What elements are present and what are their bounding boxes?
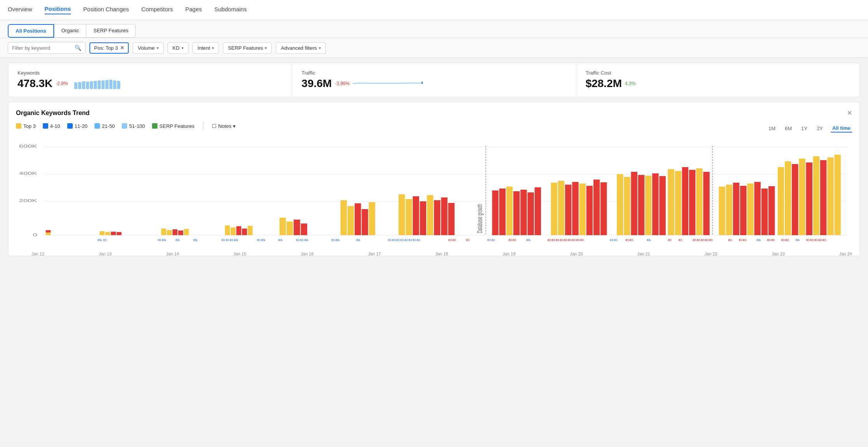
nav-pages[interactable]: Pages: [185, 6, 202, 14]
svg-rect-86: [806, 162, 812, 235]
chevron-down-icon: ▾: [212, 46, 214, 50]
svg-rect-34: [348, 206, 354, 235]
svg-rect-78: [747, 183, 753, 235]
traffic-label: Traffic: [301, 70, 566, 76]
nav-position-changes[interactable]: Position Changes: [83, 6, 129, 14]
advanced-filters-button[interactable]: Advanced filters ▾: [276, 42, 326, 54]
legend-51-100[interactable]: 51-100: [122, 123, 145, 129]
tab-all-positions[interactable]: All Positions: [8, 24, 54, 38]
time-1m[interactable]: 1M: [767, 125, 777, 132]
notes-button[interactable]: ☐ Notes ▾: [212, 123, 236, 129]
chevron-down-icon: ▾: [182, 46, 184, 50]
svg-rect-88: [820, 160, 826, 235]
legend-serp-features[interactable]: SERP Features: [152, 123, 194, 129]
svg-text:G: G: [647, 238, 651, 242]
chart-svg: 600K 400K 200K 0 Database growth SERP fe…: [16, 140, 852, 249]
svg-text:CCCCCCCCC: CCCCCCCCC: [548, 238, 584, 242]
svg-rect-17: [111, 232, 116, 235]
time-2y[interactable]: 2Y: [815, 125, 824, 132]
svg-rect-82: [778, 167, 784, 235]
svg-text:G: G: [756, 238, 761, 242]
legend-top3[interactable]: Top 3: [16, 123, 36, 129]
svg-rect-52: [535, 187, 541, 235]
svg-rect-30: [287, 222, 293, 235]
svg-rect-15: [100, 231, 105, 235]
stat-keywords: Keywords 478.3K -2.8%: [8, 63, 292, 97]
svg-text:C: C: [668, 238, 672, 242]
svg-text:CG: CG: [158, 238, 166, 242]
svg-rect-64: [638, 175, 644, 235]
time-range-selector: 1M 6M 1Y 2Y All time: [767, 124, 852, 133]
svg-rect-14: [46, 230, 51, 232]
x-axis-labels: Jan 12 Jan 13 Jan 14 Jan 15 Jan 16 Jan 1…: [16, 250, 852, 256]
svg-text:CC: CC: [738, 238, 747, 242]
svg-rect-54: [558, 181, 564, 235]
svg-text:C: C: [466, 238, 470, 242]
svg-rect-89: [827, 157, 833, 235]
svg-text:CC: CC: [781, 238, 790, 242]
svg-text:G: G: [175, 238, 180, 242]
chart-header: Organic Keywords Trend ✕: [16, 109, 852, 117]
svg-rect-26: [236, 226, 242, 235]
top-nav: Overview Positions Position Changes Comp…: [0, 0, 868, 20]
intent-filter-button[interactable]: Intent ▾: [192, 42, 219, 54]
svg-rect-84: [792, 164, 798, 235]
serp-features-filter-button[interactable]: SERP Features ▾: [223, 42, 272, 54]
time-all[interactable]: All time: [831, 124, 852, 133]
nav-subdomains[interactable]: Subdomains: [214, 6, 247, 14]
svg-rect-65: [645, 176, 651, 235]
tab-serp-features[interactable]: SERP Features: [86, 24, 136, 38]
svg-text:CC: CC: [767, 238, 775, 242]
remove-filter-button[interactable]: ✕: [120, 45, 124, 51]
svg-rect-33: [340, 200, 346, 235]
notes-icon: ☐: [212, 123, 217, 129]
svg-rect-42: [427, 195, 433, 235]
svg-rect-77: [740, 186, 746, 235]
svg-text:CG: CG: [331, 238, 340, 242]
svg-text:G: G: [193, 238, 198, 242]
svg-rect-62: [624, 177, 630, 235]
legend-21-50[interactable]: 21-50: [94, 123, 115, 129]
svg-rect-38: [399, 194, 405, 235]
nav-competitors[interactable]: Competitors: [142, 6, 173, 14]
svg-text:400K: 400K: [19, 171, 37, 176]
nav-positions[interactable]: Positions: [45, 5, 71, 14]
search-input[interactable]: [12, 45, 72, 51]
svg-text:CCCCCCCC: CCCCCCCC: [388, 238, 421, 242]
svg-rect-37: [369, 202, 375, 235]
filter-bar: 🔍 Pos: Top 3 ✕ Volume ▾ KD ▾ Intent ▾ SE…: [0, 38, 868, 58]
svg-rect-67: [659, 176, 665, 235]
legend-11-20[interactable]: 11-20: [67, 123, 88, 129]
legend-4-10[interactable]: 4-10: [43, 123, 60, 129]
svg-text:CCCG: CCCG: [221, 238, 238, 242]
keywords-label: Keywords: [18, 70, 282, 76]
svg-rect-56: [572, 182, 578, 235]
svg-rect-79: [754, 182, 761, 235]
svg-rect-61: [617, 174, 623, 235]
kd-filter-button[interactable]: KD ▾: [168, 42, 189, 54]
chart-title: Organic Keywords Trend: [16, 110, 89, 117]
time-1y[interactable]: 1Y: [800, 125, 809, 132]
volume-filter-button[interactable]: Volume ▾: [133, 42, 163, 54]
traffic-cost-value: $28.2M: [586, 77, 622, 90]
keywords-mini-chart: [74, 78, 120, 89]
svg-rect-49: [513, 191, 520, 235]
tab-organic[interactable]: Organic: [54, 24, 87, 38]
chart-section: Organic Keywords Trend ✕ Top 3 4-10 11-2…: [8, 102, 860, 256]
nav-overview[interactable]: Overview: [8, 6, 32, 14]
svg-text:CG: CG: [257, 238, 265, 242]
svg-rect-80: [761, 189, 768, 235]
svg-rect-41: [420, 201, 426, 235]
traffic-mini-chart: [353, 78, 423, 89]
traffic-change: -3.86%: [335, 81, 350, 86]
keyword-search-box[interactable]: 🔍: [8, 42, 86, 54]
svg-text:G: G: [278, 238, 282, 242]
close-chart-button[interactable]: ✕: [847, 109, 852, 117]
traffic-value: 39.6M: [301, 77, 332, 90]
chart-legend: Top 3 4-10 11-20 21-50 51-100 SERP Featu…: [16, 122, 236, 130]
time-6m[interactable]: 6M: [783, 125, 793, 132]
svg-rect-74: [719, 187, 725, 235]
svg-rect-50: [520, 190, 527, 235]
svg-rect-13: [46, 232, 51, 235]
svg-rect-72: [696, 168, 702, 235]
